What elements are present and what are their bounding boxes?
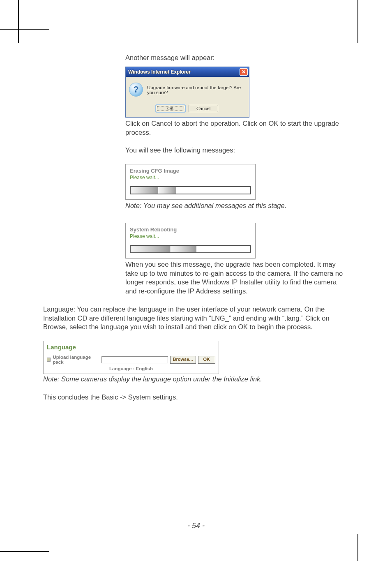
confirm-dialog: Windows Internet Explorer ✕ ? Upgrade fi…: [125, 67, 249, 118]
ok-button[interactable]: OK: [156, 105, 185, 112]
intro-text: Another message will appear:: [125, 53, 349, 62]
language-upload-row: Upload language pack Browse... OK: [47, 355, 215, 365]
dialog-title: Windows Internet Explorer: [128, 69, 191, 75]
dialog-message: Upgrade firmware and reboot the target? …: [147, 83, 245, 95]
crop-mark: [357, 534, 358, 561]
language-upload-box: Language Upload language pack Browse... …: [43, 341, 219, 374]
upgrade-complete-text: When you see this message, the upgrade h…: [125, 260, 349, 296]
dialog-buttons: OK Cancel: [129, 101, 245, 112]
progress-box-erasing: Erasing CFG Image Please wait...: [125, 164, 349, 200]
progress-message-box: System Rebooting Please wait...: [125, 223, 256, 259]
document-page: Another message will appear: Windows Int…: [0, 0, 392, 561]
upload-language-label: Upload language pack: [53, 355, 99, 365]
after-dialog-text: Click on Cancel to abort the operation. …: [125, 119, 349, 137]
confirm-dialog-wrapper: Windows Internet Explorer ✕ ? Upgrade fi…: [125, 67, 349, 118]
page-content: Another message will appear: Windows Int…: [43, 53, 349, 402]
page-number: - 54 -: [0, 522, 392, 530]
dialog-titlebar: Windows Internet Explorer ✕: [126, 67, 249, 77]
progress-fill: [131, 246, 196, 252]
language-paragraph: Language: You can replace the language i…: [43, 305, 349, 332]
question-icon: ?: [129, 83, 143, 97]
crop-mark: [18, 0, 19, 43]
progress-message-box: Erasing CFG Image Please wait...: [125, 164, 256, 200]
progress-wait-text: Please wait...: [130, 233, 251, 239]
dialog-body: ? Upgrade firmware and reboot the target…: [126, 77, 249, 117]
language-ok-button[interactable]: OK: [198, 356, 216, 364]
see-messages-text: You will see the following messages:: [125, 146, 349, 155]
note-additional-messages: Note: You may see additional messages at…: [125, 201, 349, 210]
progress-bar: [130, 186, 251, 194]
progress-box-rebooting: System Rebooting Please wait...: [125, 223, 349, 259]
concludes-text: This concludes the Basic -> System setti…: [43, 393, 349, 402]
progress-wait-text: Please wait...: [130, 175, 251, 180]
bullet-icon: [47, 358, 51, 362]
progress-title: Erasing CFG Image: [130, 168, 251, 174]
crop-mark: [357, 0, 358, 43]
current-language-text: Language : English: [47, 366, 215, 371]
crop-mark: [0, 551, 49, 552]
browse-button[interactable]: Browse...: [170, 356, 196, 364]
note-initialize-link: Note: Some cameras display the language …: [43, 375, 349, 384]
progress-title: System Rebooting: [130, 226, 251, 233]
language-file-input[interactable]: [101, 356, 168, 363]
crop-mark: [0, 29, 49, 30]
cancel-button[interactable]: Cancel: [189, 105, 218, 112]
progress-bar: [130, 245, 251, 253]
language-heading: Language: [47, 344, 215, 351]
progress-fill: [131, 187, 176, 194]
close-icon[interactable]: ✕: [240, 68, 248, 76]
